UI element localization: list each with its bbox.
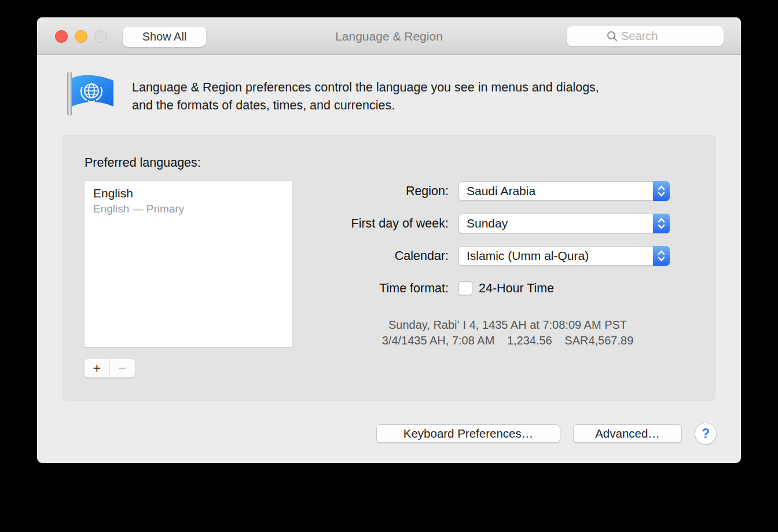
- search-input[interactable]: [621, 30, 684, 43]
- first-day-popup[interactable]: Sunday: [458, 214, 670, 233]
- window-controls: [55, 30, 107, 43]
- region-value: Saudi Arabia: [467, 182, 535, 200]
- popup-arrows-icon: [653, 214, 670, 233]
- region-row: Region: Saudi Arabia: [63, 181, 715, 201]
- add-remove-control: + −: [85, 359, 135, 377]
- first-day-value: Sunday: [467, 214, 508, 233]
- sample-number: 1,234.56: [507, 334, 552, 347]
- 24-hour-time-checkbox-label[interactable]: 24-Hour Time: [479, 281, 554, 296]
- popup-arrows-icon: [653, 181, 670, 201]
- calendar-popup[interactable]: Islamic (Umm al-Qura): [458, 246, 670, 266]
- 24-hour-time-checkbox[interactable]: [458, 281, 472, 295]
- close-window-button[interactable]: [55, 30, 68, 43]
- settings-panel: Preferred languages: English English — P…: [63, 135, 715, 401]
- sample-currency: SAR4,567.89: [564, 334, 633, 347]
- region-popup[interactable]: Saudi Arabia: [458, 181, 670, 201]
- sample-short-date: 3/4/1435 AH, 7:08 AM: [382, 334, 495, 347]
- add-language-button[interactable]: +: [85, 359, 110, 377]
- language-region-window: Show All Language & Region: [37, 17, 741, 463]
- sample-full-date: Sunday, Rabiʻ I 4, 1435 AH at 7:08:09 AM…: [317, 317, 699, 333]
- desktop-background: Show All Language & Region: [0, 0, 778, 532]
- description-line2: and the formats of dates, times, and cur…: [132, 97, 688, 115]
- description-text: Language & Region preferences control th…: [132, 79, 688, 115]
- advanced-button[interactable]: Advanced…: [573, 424, 682, 443]
- titlebar[interactable]: Show All Language & Region: [37, 17, 741, 55]
- help-button[interactable]: ?: [695, 423, 717, 445]
- calendar-row: Calendar: Islamic (Umm al-Qura): [63, 246, 715, 266]
- time-format-label: Time format:: [225, 281, 449, 296]
- first-day-row: First day of week: Sunday: [63, 214, 715, 233]
- show-all-button[interactable]: Show All: [123, 27, 206, 47]
- minimize-window-button[interactable]: [75, 30, 87, 43]
- time-format-row: Time format: 24-Hour Time: [63, 281, 715, 296]
- description-line1: Language & Region preferences control th…: [132, 79, 688, 97]
- popup-arrows-icon: [653, 246, 670, 266]
- preferred-languages-label: Preferred languages:: [85, 156, 201, 170]
- sample-short-formats: 3/4/1435 AH, 7:08 AM 1,234.56 SAR4,567.8…: [317, 333, 699, 348]
- region-label: Region:: [225, 181, 449, 201]
- search-field[interactable]: [567, 26, 724, 46]
- first-day-label: First day of week:: [225, 214, 449, 233]
- calendar-value: Islamic (Umm al-Qura): [467, 247, 589, 265]
- keyboard-preferences-button[interactable]: Keyboard Preferences…: [376, 424, 560, 443]
- format-samples: Sunday, Rabiʻ I 4, 1435 AH at 7:08:09 AM…: [317, 317, 699, 348]
- un-flag-icon: [63, 71, 117, 117]
- zoom-window-button: [94, 30, 107, 43]
- calendar-label: Calendar:: [225, 246, 449, 266]
- search-icon: [607, 31, 618, 42]
- remove-language-button: −: [110, 359, 135, 377]
